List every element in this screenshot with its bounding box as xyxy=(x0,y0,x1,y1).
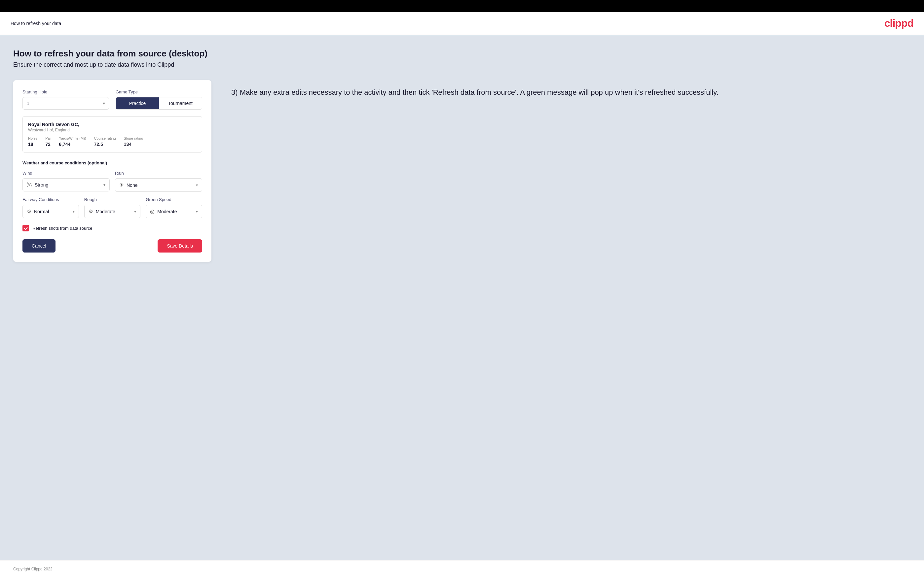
course-stats: Holes 18 Par 72 Yards/White (M)) 6,744 C… xyxy=(28,136,197,147)
save-button[interactable]: Save Details xyxy=(158,239,202,253)
holes-label: Holes xyxy=(28,136,37,140)
green-speed-select-wrapper[interactable]: ◎ Moderate ▾ xyxy=(146,205,202,218)
green-speed-group: Green Speed ◎ Moderate ▾ xyxy=(146,197,202,218)
game-type-label: Game Type xyxy=(116,89,202,94)
refresh-checkbox[interactable] xyxy=(23,225,29,231)
course-rating-stat: Course rating 72.5 xyxy=(94,136,116,147)
starting-hole-select-wrapper: 1 xyxy=(23,97,109,110)
wind-label: Wind xyxy=(23,171,110,176)
starting-hole-group: Starting Hole 1 xyxy=(23,89,109,110)
conditions-title: Weather and course conditions (optional) xyxy=(23,160,202,165)
rough-select-wrapper[interactable]: ⚙ Moderate ▾ xyxy=(84,205,141,218)
rain-select[interactable]: None xyxy=(126,182,193,188)
green-speed-chevron-icon: ▾ xyxy=(196,209,198,214)
wind-select[interactable]: Strong xyxy=(35,182,101,187)
starting-hole-label: Starting Hole xyxy=(23,89,109,94)
green-speed-icon: ◎ xyxy=(150,208,155,214)
conditions-grid-bottom: Fairway Conditions ⚙ Normal ▾ Rough ⚙ xyxy=(23,197,202,218)
wind-select-wrapper[interactable]: 🌬 Strong ▾ xyxy=(23,178,110,192)
fairway-select[interactable]: Normal xyxy=(34,209,70,214)
form-actions: Cancel Save Details xyxy=(23,239,202,253)
rough-group: Rough ⚙ Moderate ▾ xyxy=(84,197,141,218)
page-heading: How to refresh your data from source (de… xyxy=(13,48,911,59)
footer: Copyright Clippd 2022 xyxy=(0,560,924,577)
slope-rating-value: 134 xyxy=(124,142,144,147)
header: How to refresh your data clippd xyxy=(0,12,924,35)
wind-group: Wind 🌬 Strong ▾ xyxy=(23,171,110,192)
side-note-text: 3) Make any extra edits necessary to the… xyxy=(231,87,904,98)
footer-text: Copyright Clippd 2022 xyxy=(13,567,53,571)
form-row-game-type: Starting Hole 1 Game Type Practice Tourn… xyxy=(23,89,202,110)
refresh-checkbox-row: Refresh shots from data source xyxy=(23,225,202,231)
green-speed-label: Green Speed xyxy=(146,197,202,202)
yards-value: 6,744 xyxy=(59,142,86,147)
refresh-label: Refresh shots from data source xyxy=(32,226,92,231)
side-note: 3) Make any extra edits necessary to the… xyxy=(225,80,911,104)
green-speed-select[interactable]: Moderate xyxy=(157,209,193,214)
course-info-box: Royal North Devon GC, Westward Ho!, Engl… xyxy=(23,116,202,153)
rough-chevron-icon: ▾ xyxy=(134,209,136,214)
course-name: Royal North Devon GC, xyxy=(28,122,197,127)
rough-label: Rough xyxy=(84,197,141,202)
rain-label: Rain xyxy=(115,171,202,176)
main-content: How to refresh your data from source (de… xyxy=(0,35,924,560)
rain-group: Rain ☀ None ▾ xyxy=(115,171,202,192)
logo: clippd xyxy=(884,17,913,29)
course-location: Westward Ho!, England xyxy=(28,128,197,132)
rain-select-wrapper[interactable]: ☀ None ▾ xyxy=(115,178,202,192)
game-type-buttons: Practice Tournament xyxy=(116,97,202,110)
fairway-chevron-icon: ▾ xyxy=(73,209,75,214)
fairway-icon: ⚙ xyxy=(27,208,31,214)
checkmark-icon xyxy=(24,226,28,230)
wind-icon: 🌬 xyxy=(27,182,32,188)
starting-hole-select[interactable]: 1 xyxy=(23,97,109,110)
rain-icon: ☀ xyxy=(119,182,124,188)
holes-stat: Holes 18 xyxy=(28,136,37,147)
top-bar xyxy=(0,0,924,12)
slope-rating-stat: Slope rating 134 xyxy=(124,136,144,147)
course-rating-value: 72.5 xyxy=(94,142,116,147)
fairway-select-wrapper[interactable]: ⚙ Normal ▾ xyxy=(23,205,79,218)
rain-chevron-icon: ▾ xyxy=(196,183,198,187)
page-subheading: Ensure the correct and most up to date d… xyxy=(13,61,911,68)
par-label: Par xyxy=(45,136,51,140)
conditions-grid-top: Wind 🌬 Strong ▾ Rain ☀ None xyxy=(23,171,202,192)
wind-chevron-icon: ▾ xyxy=(103,182,105,187)
game-type-group: Game Type Practice Tournament xyxy=(116,89,202,110)
content-area: Starting Hole 1 Game Type Practice Tourn… xyxy=(13,80,911,262)
fairway-group: Fairway Conditions ⚙ Normal ▾ xyxy=(23,197,79,218)
fairway-label: Fairway Conditions xyxy=(23,197,79,202)
rough-select[interactable]: Moderate xyxy=(96,209,132,214)
yards-label: Yards/White (M)) xyxy=(59,136,86,140)
tournament-button[interactable]: Tournament xyxy=(159,97,202,109)
header-title: How to refresh your data xyxy=(11,21,61,26)
slope-rating-label: Slope rating xyxy=(124,136,144,140)
par-stat: Par 72 xyxy=(45,136,51,147)
cancel-button[interactable]: Cancel xyxy=(23,239,55,253)
holes-value: 18 xyxy=(28,142,37,147)
par-value: 72 xyxy=(45,142,51,147)
practice-button[interactable]: Practice xyxy=(116,97,159,109)
form-card: Starting Hole 1 Game Type Practice Tourn… xyxy=(13,80,212,262)
rough-icon: ⚙ xyxy=(89,208,93,214)
course-rating-label: Course rating xyxy=(94,136,116,140)
yards-stat: Yards/White (M)) 6,744 xyxy=(59,136,86,147)
